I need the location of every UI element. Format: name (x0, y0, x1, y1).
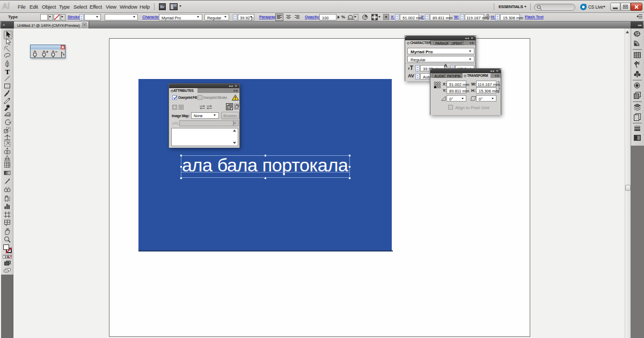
svg-text:T: T (5, 68, 10, 76)
